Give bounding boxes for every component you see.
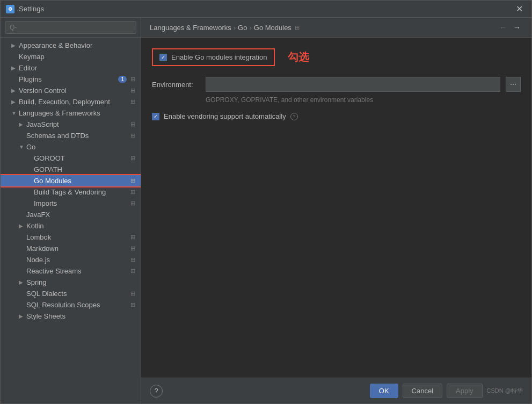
- sidebar-item-version-control[interactable]: ▶ Version Control ⊞: [1, 85, 141, 96]
- breadcrumb-sep2: ›: [249, 24, 251, 32]
- enable-go-modules-checkbox[interactable]: ✓: [159, 54, 167, 61]
- cancel-button[interactable]: Cancel: [403, 384, 442, 398]
- sidebar-item-javascript[interactable]: ▶ JavaScript ⊞: [1, 119, 141, 130]
- breadcrumb-part2: Go: [238, 24, 247, 32]
- settings-icon: ⊞: [129, 121, 136, 128]
- sidebar-item-goroot[interactable]: GOROOT ⊞: [1, 153, 141, 164]
- search-input[interactable]: [5, 21, 136, 34]
- settings-icon: ⊞: [129, 256, 136, 264]
- settings-icon: ⊞: [129, 245, 136, 252]
- nav-back-button[interactable]: ←: [497, 22, 509, 33]
- sidebar-item-javafx[interactable]: JavaFX: [1, 209, 141, 220]
- sidebar-item-languages-frameworks[interactable]: ▼ Languages & Frameworks: [1, 107, 141, 119]
- help-button[interactable]: ?: [150, 385, 163, 398]
- sidebar-item-style-sheets[interactable]: ▶ Style Sheets: [1, 311, 141, 322]
- bottom-bar: ? OK Cancel Apply CSDN @特华: [141, 378, 531, 403]
- main-content: Languages & Frameworks › Go › Go Modules…: [141, 18, 531, 403]
- chevron-down-icon: ▼: [19, 144, 26, 150]
- settings-icon: ⊞: [129, 155, 136, 162]
- sidebar-item-nodejs[interactable]: Node.js ⊞: [1, 254, 141, 265]
- breadcrumb-settings-icon: ⊞: [295, 24, 300, 31]
- chevron-down-icon: ▼: [11, 110, 19, 116]
- sidebar-item-plugins[interactable]: Plugins 1 ⊞: [1, 74, 141, 85]
- watermark-text: CSDN @特华: [487, 387, 523, 395]
- close-button[interactable]: ✕: [513, 3, 526, 15]
- chevron-right-icon: ▶: [19, 313, 26, 319]
- sidebar-item-editor[interactable]: ▶ Editor: [1, 62, 141, 74]
- environment-row: Environment: ⋯: [152, 77, 521, 92]
- settings-window: ⚙ Settings ✕ ▶ Appearance & Behavior Key…: [0, 0, 532, 404]
- environment-label: Environment:: [152, 81, 200, 89]
- sidebar-item-build-execution[interactable]: ▶ Build, Execution, Deployment ⊞: [1, 96, 141, 107]
- chevron-right-icon: ▶: [19, 279, 26, 285]
- chevron-right-icon: ▶: [11, 42, 19, 48]
- settings-icon: ⊞: [129, 189, 136, 196]
- bottom-actions: OK Cancel Apply: [370, 384, 483, 398]
- sidebar-item-go[interactable]: ▼ Go: [1, 141, 141, 153]
- breadcrumb-current: Go Modules: [254, 24, 291, 32]
- breadcrumb-part1: Languages & Frameworks: [150, 24, 231, 32]
- content-area: ▶ Appearance & Behavior Keymap ▶ Editor …: [1, 18, 531, 403]
- settings-icon: ⊞: [129, 200, 136, 207]
- settings-icon: ⊞: [129, 87, 136, 95]
- search-bar: [1, 18, 141, 38]
- settings-icon: ⊞: [129, 268, 136, 275]
- settings-icon: ⊞: [129, 132, 136, 140]
- enable-go-modules-label: Enable Go modules integration: [171, 53, 267, 61]
- sidebar-item-gopath[interactable]: GOPATH: [1, 164, 141, 175]
- environment-input[interactable]: [206, 77, 500, 92]
- sidebar-item-schemas-dtds[interactable]: Schemas and DTDs ⊞: [1, 130, 141, 141]
- vendoring-label: Enable vendoring support automatically: [164, 112, 286, 120]
- environment-hint: GOPROXY, GOPRIVATE, and other environmen…: [206, 96, 521, 104]
- sidebar-item-appearance-behavior[interactable]: ▶ Appearance & Behavior: [1, 40, 141, 51]
- ok-button[interactable]: OK: [370, 384, 398, 398]
- title-bar: ⚙ Settings ✕: [1, 1, 531, 18]
- chevron-right-icon: ▶: [11, 99, 19, 105]
- nav-arrows: ← →: [497, 22, 523, 33]
- settings-icon: ⊞: [129, 98, 136, 106]
- vendoring-row: ✓ Enable vendoring support automatically…: [152, 112, 521, 120]
- question-icon[interactable]: ?: [290, 113, 298, 120]
- plugins-badge: 1: [118, 76, 127, 83]
- chevron-right-icon: ▶: [19, 223, 26, 229]
- settings-icon: ⊞: [129, 290, 136, 298]
- breadcrumb-bar: Languages & Frameworks › Go › Go Modules…: [141, 18, 531, 38]
- sidebar-item-kotlin[interactable]: ▶ Kotlin: [1, 220, 141, 232]
- settings-panel: ✓ Enable Go modules integration 勾选 Envir…: [141, 38, 531, 378]
- nav-forward-button[interactable]: →: [511, 22, 523, 33]
- sidebar-item-sql-resolution-scopes[interactable]: SQL Resolution Scopes ⊞: [1, 299, 141, 311]
- settings-icon: ⊞: [129, 76, 136, 83]
- chevron-right-icon: ▶: [11, 65, 19, 71]
- chevron-right-icon: ▶: [11, 88, 19, 93]
- window-title: Settings: [19, 5, 513, 13]
- annotation-text: 勾选: [288, 50, 309, 64]
- sidebar-item-imports[interactable]: Imports ⊞: [1, 198, 141, 209]
- sidebar-item-reactive-streams[interactable]: Reactive Streams ⊞: [1, 265, 141, 277]
- sidebar-item-markdown[interactable]: Markdown ⊞: [1, 243, 141, 254]
- sidebar-tree: ▶ Appearance & Behavior Keymap ▶ Editor …: [1, 38, 141, 403]
- app-icon: ⚙: [6, 5, 14, 13]
- sidebar-item-sql-dialects[interactable]: SQL Dialects ⊞: [1, 288, 141, 299]
- enable-go-modules-checkbox-label[interactable]: ✓ Enable Go modules integration: [152, 48, 275, 66]
- sidebar-item-build-tags[interactable]: Build Tags & Vendoring ⊞: [1, 186, 141, 198]
- sidebar-item-go-modules[interactable]: Go Modules ⊞: [1, 175, 141, 186]
- vendoring-checkbox[interactable]: ✓: [152, 113, 159, 120]
- apply-button[interactable]: Apply: [447, 384, 483, 398]
- breadcrumb-sep1: ›: [234, 24, 236, 32]
- sidebar-item-lombok[interactable]: Lombok ⊞: [1, 232, 141, 243]
- sidebar-item-keymap[interactable]: Keymap: [1, 51, 141, 62]
- sidebar-item-spring[interactable]: ▶ Spring: [1, 277, 141, 288]
- env-browse-button[interactable]: ⋯: [506, 77, 521, 92]
- sidebar: ▶ Appearance & Behavior Keymap ▶ Editor …: [1, 18, 141, 403]
- settings-icon: ⊞: [129, 301, 136, 309]
- settings-icon: ⊞: [129, 234, 136, 241]
- settings-icon: ⊞: [129, 177, 136, 185]
- chevron-right-icon: ▶: [19, 121, 26, 127]
